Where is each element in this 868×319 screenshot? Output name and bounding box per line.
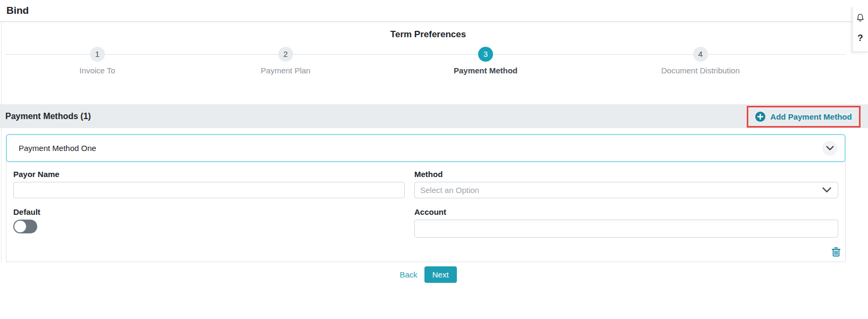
right-column: Method Select an Option Account xyxy=(414,170,838,238)
step-circle: 4 xyxy=(693,47,708,62)
method-label: Method xyxy=(414,170,838,179)
step-label: Payment Method xyxy=(454,66,518,75)
account-label: Account xyxy=(414,207,838,216)
step-circle: 3 xyxy=(478,47,493,62)
utility-panel: ? xyxy=(852,7,868,52)
step-payment-plan[interactable]: 2 Payment Plan xyxy=(261,47,310,75)
next-button[interactable]: Next xyxy=(424,266,457,283)
payment-method-form: Payor Name Default Method Select an Opti… xyxy=(6,161,846,262)
account-input[interactable] xyxy=(414,220,838,238)
payment-method-card: Payment Method One Payor Name Default xyxy=(6,134,846,262)
page-title: Bind xyxy=(6,5,29,16)
step-label: Document Distribution xyxy=(661,66,740,75)
add-payment-method-button[interactable]: Add Payment Method xyxy=(752,111,855,122)
payor-name-input[interactable] xyxy=(13,182,405,198)
default-label: Default xyxy=(13,207,405,216)
step-label: Payment Plan xyxy=(261,66,310,75)
toggle-knob xyxy=(14,221,26,232)
wizard-title: Term Preferences xyxy=(0,29,856,40)
collapse-button[interactable] xyxy=(822,141,837,156)
chevron-down-icon xyxy=(826,146,834,151)
chevron-down-icon xyxy=(822,187,831,193)
method-select[interactable]: Select an Option xyxy=(414,182,838,198)
wizard-footer: Back Next xyxy=(0,266,856,283)
step-label: Invoice To xyxy=(79,66,115,75)
plus-circle-icon xyxy=(755,112,765,122)
payment-methods-section-header: Payment Methods (1) Add Payment Method xyxy=(0,104,868,128)
stepper: 1 Invoice To 2 Payment Plan 3 Payment Me… xyxy=(0,40,868,104)
method-select-placeholder: Select an Option xyxy=(420,186,479,195)
trash-icon xyxy=(831,251,841,259)
left-column: Payor Name Default xyxy=(13,170,405,238)
payor-name-label: Payor Name xyxy=(13,170,405,179)
payment-method-accordion-header[interactable]: Payment Method One xyxy=(6,134,846,162)
add-payment-method-label: Add Payment Method xyxy=(770,112,852,121)
step-document-distribution[interactable]: 4 Document Distribution xyxy=(661,47,740,75)
step-circle: 2 xyxy=(278,47,293,62)
section-title: Payment Methods (1) xyxy=(5,112,91,121)
app-header: Bind xyxy=(0,0,868,22)
default-toggle[interactable] xyxy=(13,220,37,233)
term-preferences-wizard: Term Preferences 1 Invoice To 2 Payment … xyxy=(0,22,868,104)
step-invoice-to[interactable]: 1 Invoice To xyxy=(79,47,115,75)
bell-icon[interactable] xyxy=(855,13,865,23)
delete-payment-method-button[interactable] xyxy=(831,247,841,257)
payment-method-title: Payment Method One xyxy=(19,144,96,153)
step-circle: 1 xyxy=(90,47,105,62)
help-icon[interactable]: ? xyxy=(857,33,863,43)
step-payment-method[interactable]: 3 Payment Method xyxy=(454,47,518,75)
back-link[interactable]: Back xyxy=(399,270,417,279)
red-annotation-box: Add Payment Method xyxy=(747,106,861,128)
